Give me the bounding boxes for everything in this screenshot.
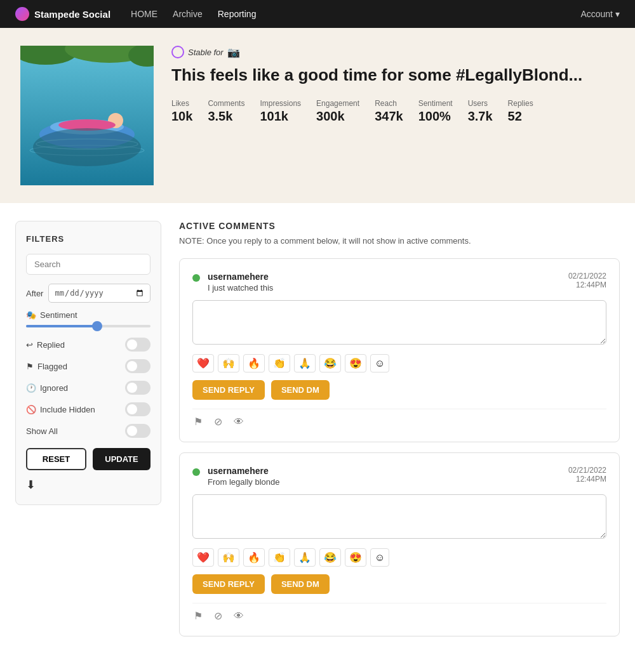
account-menu[interactable]: Account ▾: [580, 9, 620, 19]
emoji-clap-1[interactable]: 👏: [269, 354, 290, 372]
comment-reply-textarea-1[interactable]: [192, 300, 606, 345]
ignore-comment-button-1[interactable]: ⊘: [213, 414, 224, 429]
comment-text-2: From legally blonde: [208, 477, 561, 487]
emoji-laugh-1[interactable]: 😂: [319, 354, 341, 372]
hide-comment-button-2[interactable]: 👁: [232, 609, 245, 623]
online-indicator-2: [192, 468, 200, 476]
comment-date-2: 02/21/2022 12:44PM: [568, 466, 606, 484]
badge-circle-icon: [171, 46, 184, 58]
stat-reach: Reach 347k: [375, 99, 403, 124]
stat-users: Users 3.7k: [468, 99, 493, 124]
main-content: FILTERS After 🎭 Sentiment ↩ Replied ⚑ Fl…: [0, 203, 635, 664]
emoji-praise-2[interactable]: 🙌: [218, 548, 239, 567]
comment-action-btns-2: SEND REPLY SEND DM: [192, 574, 606, 594]
after-filter-row: After: [26, 284, 150, 303]
update-button[interactable]: UPDATE: [93, 448, 150, 470]
comment-text-1: I just watched this: [208, 283, 561, 293]
nav-link-home[interactable]: HOME: [131, 9, 157, 19]
emoji-laugh-2[interactable]: 😂: [319, 548, 341, 567]
emoji-pray-1[interactable]: 🙏: [294, 354, 316, 372]
comment-username-1: usernamehere: [208, 272, 561, 282]
comment-footer-actions-2: ⚑ ⊘ 👁: [192, 603, 606, 623]
date-input[interactable]: [48, 284, 150, 303]
hero-section: Stable for 📷 This feels like a good time…: [0, 28, 635, 203]
comments-section: ACTIVE COMMENTS NOTE: Once you reply to …: [179, 221, 620, 647]
stat-sentiment: Sentiment 100%: [418, 99, 453, 124]
ignored-toggle[interactable]: [125, 381, 150, 395]
logo-icon: [15, 7, 29, 21]
hide-comment-button-1[interactable]: 👁: [232, 415, 245, 429]
hidden-icon: 🚫: [26, 405, 36, 414]
sentiment-label: 🎭 Sentiment: [26, 310, 150, 320]
online-indicator-1: [192, 274, 200, 282]
filter-actions: RESET UPDATE: [26, 448, 150, 470]
show-all-label: Show All: [26, 426, 58, 436]
emoji-pray-2[interactable]: 🙏: [294, 548, 316, 567]
svg-point-9: [30, 145, 144, 155]
filters-title: FILTERS: [26, 234, 150, 244]
hero-content: Stable for 📷 This feels like a good time…: [171, 46, 615, 124]
download-icon[interactable]: ⬇: [26, 478, 36, 491]
replied-label: ↩ Replied: [26, 340, 65, 350]
comment-card-1: usernamehere I just watched this 02/21/2…: [179, 258, 620, 442]
svg-rect-0: [20, 46, 154, 185]
emoji-clap-2[interactable]: 👏: [269, 548, 290, 567]
comments-title: ACTIVE COMMENTS: [179, 221, 620, 231]
flagged-toggle-row: ⚑ Flagged: [26, 359, 150, 373]
nav-link-reporting[interactable]: Reporting: [218, 9, 257, 19]
logo-text: Stampede Social: [34, 9, 110, 20]
hero-stats: Likes 10k Comments 3.5k Impressions 101k…: [171, 99, 615, 124]
navbar: Stampede Social HOME Archive Reporting A…: [0, 0, 635, 28]
comment-action-btns-1: SEND REPLY SEND DM: [192, 380, 606, 400]
comment-user-info-2: usernamehere From legally blonde: [208, 466, 561, 487]
svg-point-7: [58, 119, 116, 131]
comment-date-1: 02/21/2022 12:44PM: [568, 272, 606, 289]
search-input[interactable]: [26, 254, 150, 275]
flagged-label: ⚑ Flagged: [26, 362, 67, 371]
comment-card-2: usernamehere From legally blonde 02/21/2…: [179, 452, 620, 636]
sentiment-slider-fill: [26, 325, 95, 327]
ignore-comment-button-2[interactable]: ⊘: [213, 609, 224, 623]
show-all-toggle[interactable]: [125, 424, 150, 438]
hero-image: [20, 46, 154, 185]
send-reply-button-2[interactable]: SEND REPLY: [192, 574, 265, 594]
nav-link-archive[interactable]: Archive: [173, 9, 203, 19]
sentiment-icon: 🎭: [26, 310, 36, 320]
emoji-heart-1[interactable]: ❤️: [192, 354, 214, 372]
reset-button[interactable]: RESET: [26, 448, 86, 470]
flag-comment-button-1[interactable]: ⚑: [192, 414, 204, 429]
emoji-smile-1[interactable]: ☺️: [370, 354, 389, 372]
sentiment-slider-track: [26, 325, 150, 327]
emoji-love-2[interactable]: 😍: [345, 548, 366, 567]
send-reply-button-1[interactable]: SEND REPLY: [192, 380, 265, 400]
emoji-smile-2[interactable]: ☺️: [370, 548, 389, 567]
emoji-praise-1[interactable]: 🙌: [218, 354, 239, 372]
hero-title: This feels like a good time for some #Le…: [171, 65, 615, 86]
replied-toggle[interactable]: [125, 338, 150, 352]
stat-likes: Likes 10k: [171, 99, 192, 124]
flagged-toggle[interactable]: [125, 359, 150, 373]
flag-comment-button-2[interactable]: ⚑: [192, 609, 204, 623]
comment-emojis-2: ❤️ 🙌 🔥 👏 🙏 😂 😍 ☺️: [192, 548, 606, 567]
include-hidden-toggle[interactable]: [125, 402, 150, 416]
comments-note: NOTE: Once you reply to a comment below,…: [179, 236, 620, 246]
after-label: After: [26, 289, 43, 298]
ignored-toggle-row: 🕐 Ignored: [26, 381, 150, 395]
comment-header-2: usernamehere From legally blonde 02/21/2…: [192, 466, 606, 487]
logo[interactable]: Stampede Social: [15, 7, 110, 21]
emoji-heart-2[interactable]: ❤️: [192, 548, 214, 567]
flag-icon: ⚑: [26, 362, 34, 371]
emoji-love-1[interactable]: 😍: [345, 354, 366, 372]
send-dm-button-2[interactable]: SEND DM: [271, 574, 330, 594]
include-hidden-toggle-row: 🚫 Include Hidden: [26, 402, 150, 416]
comment-reply-textarea-2[interactable]: [192, 494, 606, 539]
instagram-icon: 📷: [227, 46, 240, 58]
emoji-fire-1[interactable]: 🔥: [243, 354, 265, 372]
send-dm-button-1[interactable]: SEND DM: [271, 380, 330, 400]
emoji-fire-2[interactable]: 🔥: [243, 548, 265, 567]
replied-toggle-row: ↩ Replied: [26, 338, 150, 352]
badge-text: Stable for: [188, 48, 224, 57]
stat-engagement: Engagement 300k: [316, 99, 359, 124]
stat-comments: Comments 3.5k: [208, 99, 244, 124]
sentiment-slider-thumb[interactable]: [92, 321, 102, 331]
